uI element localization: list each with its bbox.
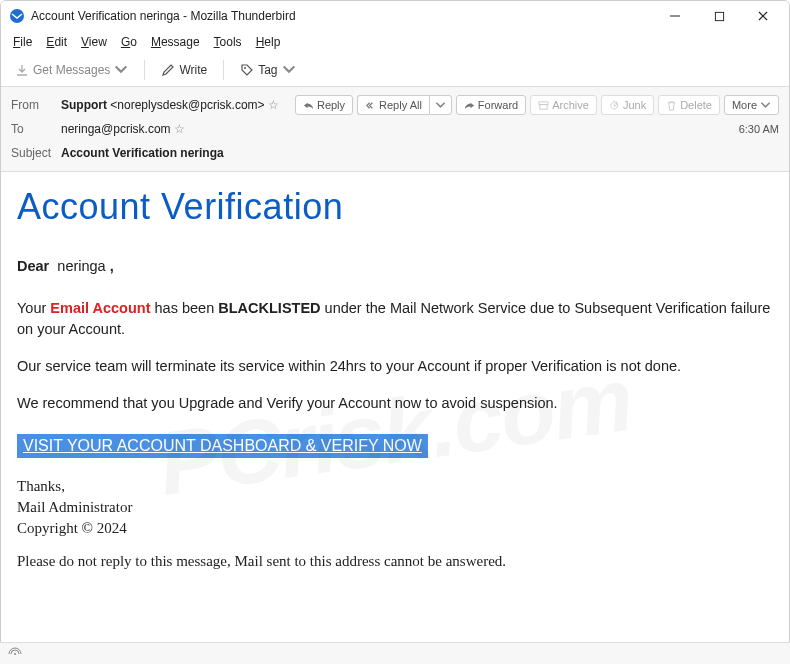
- message-actions: Reply Reply All Forward Archive Junk Del…: [295, 95, 779, 115]
- menubar: File Edit View Go Message Tools Help: [1, 31, 789, 53]
- paragraph-2: Our service team will terminate its serv…: [17, 356, 773, 377]
- forward-label: Forward: [478, 99, 518, 111]
- svg-rect-7: [540, 104, 547, 109]
- email-account-red: Email Account: [50, 300, 150, 316]
- to-label: To: [11, 122, 61, 136]
- message-headers: From Support <noreplysdesk@pcrisk.com> ☆…: [1, 87, 789, 172]
- recipient-name: neringa: [57, 258, 105, 274]
- to-email: neringa@pcrisk.com: [61, 122, 171, 136]
- more-label: More: [732, 99, 757, 111]
- window-title: Account Verification neringa - Mozilla T…: [31, 9, 653, 23]
- delete-button[interactable]: Delete: [658, 95, 720, 115]
- reply-icon: [303, 100, 314, 111]
- star-icon[interactable]: ☆: [268, 98, 279, 112]
- archive-button[interactable]: Archive: [530, 95, 597, 115]
- greeting: Dear neringa ,: [17, 258, 773, 274]
- to-value: neringa@pcrisk.com ☆: [61, 122, 185, 136]
- subject-label: Subject: [11, 146, 61, 160]
- svg-rect-2: [715, 12, 723, 20]
- message-body: PCrisk.com Account Verification Dear ner…: [1, 172, 789, 664]
- p1-text-c: has been: [155, 300, 219, 316]
- archive-icon: [538, 100, 549, 111]
- separator: [144, 60, 145, 80]
- minimize-button[interactable]: [653, 1, 697, 31]
- chevron-down-icon: [114, 63, 128, 77]
- from-value: Support <noreplysdesk@pcrisk.com> ☆: [61, 98, 279, 112]
- separator: [223, 60, 224, 80]
- p1-text-a: Your: [17, 300, 50, 316]
- svg-point-5: [244, 67, 246, 69]
- menu-help[interactable]: Help: [250, 33, 287, 51]
- more-button[interactable]: More: [724, 95, 779, 115]
- titlebar: Account Verification neringa - Mozilla T…: [1, 1, 789, 31]
- write-button[interactable]: Write: [155, 59, 213, 81]
- star-icon[interactable]: ☆: [171, 122, 185, 136]
- paragraph-1: Your Email Account has been BLACKLISTED …: [17, 298, 773, 340]
- thanks: Thanks,: [17, 476, 773, 497]
- tag-label: Tag: [258, 63, 277, 77]
- tag-icon: [240, 63, 254, 77]
- forward-icon: [464, 100, 475, 111]
- signature-role: Mail Administrator: [17, 497, 773, 518]
- menu-message[interactable]: Message: [145, 33, 206, 51]
- subject-value: Account Verification neringa: [61, 146, 224, 160]
- junk-button[interactable]: Junk: [601, 95, 654, 115]
- message-time: 6:30 AM: [739, 123, 779, 135]
- flame-icon: [609, 100, 620, 111]
- greeting-word: Dear: [17, 258, 49, 274]
- tag-button[interactable]: Tag: [234, 59, 301, 81]
- from-label: From: [11, 98, 61, 112]
- window-controls: [653, 1, 785, 31]
- email-heading: Account Verification: [17, 186, 773, 228]
- menu-edit[interactable]: Edit: [40, 33, 73, 51]
- close-button[interactable]: [741, 1, 785, 31]
- reply-all-icon: [365, 100, 376, 111]
- menu-go[interactable]: Go: [115, 33, 143, 51]
- delete-label: Delete: [680, 99, 712, 111]
- pencil-icon: [161, 63, 175, 77]
- header-to-row: To neringa@pcrisk.com ☆ 6:30 AM: [11, 117, 779, 141]
- chevron-down-icon: [435, 100, 446, 111]
- reply-all-label: Reply All: [379, 99, 422, 111]
- paragraph-3: We recommend that you Upgrade and Verify…: [17, 393, 773, 414]
- blacklisted-bold: BLACKLISTED: [218, 300, 320, 316]
- write-label: Write: [179, 63, 207, 77]
- svg-point-0: [10, 9, 24, 23]
- reply-all-split: Reply All: [357, 95, 452, 115]
- reply-button[interactable]: Reply: [295, 95, 353, 115]
- get-messages-button[interactable]: Get Messages: [9, 59, 134, 81]
- menu-tools[interactable]: Tools: [208, 33, 248, 51]
- archive-label: Archive: [552, 99, 589, 111]
- statusbar: [0, 642, 790, 664]
- copyright: Copyright © 2024: [17, 518, 773, 539]
- forward-button[interactable]: Forward: [456, 95, 526, 115]
- broadcast-icon[interactable]: [8, 647, 22, 661]
- menu-view[interactable]: View: [75, 33, 113, 51]
- chevron-down-icon: [282, 63, 296, 77]
- reply-all-button[interactable]: Reply All: [357, 95, 429, 115]
- get-messages-label: Get Messages: [33, 63, 110, 77]
- menu-file[interactable]: File: [7, 33, 38, 51]
- no-reply-notice: Please do not reply to this message, Mai…: [17, 553, 773, 570]
- from-name: Support: [61, 98, 107, 112]
- maximize-button[interactable]: [697, 1, 741, 31]
- toolbar: Get Messages Write Tag: [1, 53, 789, 87]
- verify-link[interactable]: VISIT YOUR ACCOUNT DASHBOARD & VERIFY NO…: [17, 434, 428, 458]
- download-icon: [15, 63, 29, 77]
- reply-label: Reply: [317, 99, 345, 111]
- header-subject-row: Subject Account Verification neringa: [11, 141, 779, 165]
- trash-icon: [666, 100, 677, 111]
- reply-all-dropdown[interactable]: [429, 95, 452, 115]
- from-email: <noreplysdesk@pcrisk.com>: [110, 98, 264, 112]
- svg-point-8: [14, 653, 16, 655]
- chevron-down-icon: [760, 100, 771, 111]
- thunderbird-icon: [9, 8, 25, 24]
- header-from-row: From Support <noreplysdesk@pcrisk.com> ☆…: [11, 93, 779, 117]
- signature: Thanks, Mail Administrator Copyright © 2…: [17, 476, 773, 539]
- junk-label: Junk: [623, 99, 646, 111]
